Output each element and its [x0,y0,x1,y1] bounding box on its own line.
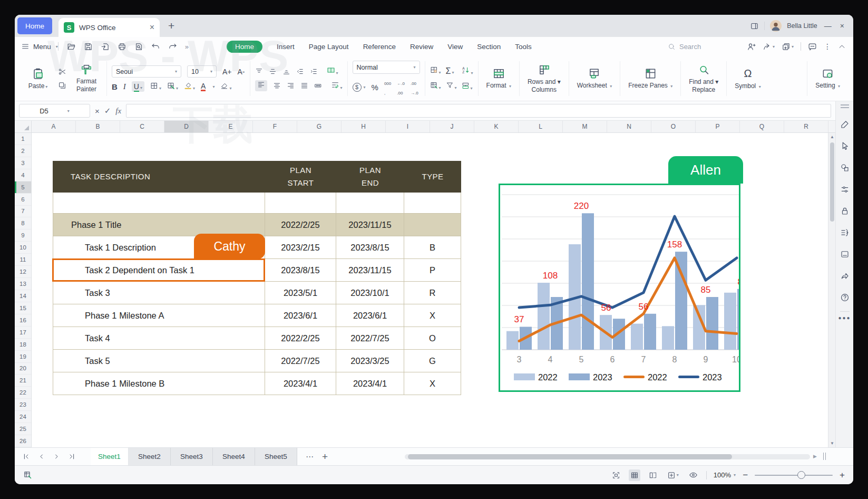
plan-end-cell[interactable]: 2023/6/1 [336,304,404,327]
row-header-23[interactable]: 23 [15,399,31,411]
invite-user-icon[interactable] [747,42,756,51]
menu-dropdown[interactable]: Menu ▾ [21,42,58,51]
row-header-3[interactable]: 3 [15,157,31,169]
row-header-9[interactable]: 9 [15,229,31,242]
type-cell[interactable]: X [404,304,461,327]
save-template-button[interactable]: ▾ [782,42,794,51]
autosum-button[interactable]: Σ▾ [446,66,457,76]
table-row[interactable]: Phase 1 Milestone A2023/6/12023/6/1X [53,304,461,327]
vertical-scrollbar-thumb[interactable] [830,142,834,222]
task-description-cell[interactable]: Task 4 [53,327,265,349]
close-tab-icon[interactable]: × [150,23,154,32]
currency-format-button[interactable]: $▾ [353,83,366,92]
row-header-25[interactable]: 25 [15,423,31,435]
save-icon[interactable] [84,42,93,51]
formula-input[interactable] [126,104,831,118]
panel-drag-handle[interactable] [841,104,849,108]
row-header-11[interactable]: 11 [15,254,31,266]
type-cell[interactable]: B [404,236,461,258]
plan-start-cell[interactable]: 2023/2/15 [265,236,336,258]
type-cell[interactable] [404,214,461,236]
row-header-18[interactable]: 18 [15,339,31,351]
zoom-slider[interactable] [755,475,833,476]
horizontal-scrollbar-thumb[interactable] [408,454,732,459]
row-header-2[interactable]: 2 [15,145,31,157]
scrollbar-resize-handle[interactable] [823,453,826,460]
column-header-J[interactable]: J [430,121,474,132]
zoom-in-button[interactable]: + [840,471,845,479]
font-size-select[interactable]: 10▾ [187,65,217,78]
column-header-P[interactable]: P [696,121,740,132]
row-header-4[interactable]: 4 [15,169,31,181]
increase-indent-icon[interactable] [310,68,318,75]
type-cell[interactable]: R [404,282,461,304]
task-description-cell[interactable]: Phase 1 Title [53,214,265,236]
row-header-8[interactable]: 8 [15,217,31,229]
column-header-E[interactable]: E [209,121,253,132]
select-cursor-icon[interactable] [840,141,850,151]
insert-function-icon[interactable]: fx [115,107,121,116]
adjust-settings-icon[interactable] [840,185,850,194]
print-preview-icon[interactable] [134,42,143,51]
menu-tab-review[interactable]: Review [410,43,433,51]
collapse-ribbon-icon[interactable] [838,43,846,51]
page-break-view-icon[interactable] [647,469,659,481]
justify-icon[interactable] [300,82,308,90]
task-description-cell[interactable]: Phase 1 Milestone A [53,304,265,327]
increase-font-button[interactable]: A+ [222,68,232,76]
wrap-text-button[interactable]: ▾ [331,81,343,91]
row-header-19[interactable]: 19 [15,351,31,363]
column-header-B[interactable]: B [76,121,120,132]
open-file-icon[interactable] [67,42,76,51]
new-tab-button[interactable]: + [168,20,174,32]
row-header-16[interactable]: 16 [15,314,31,327]
help-icon[interactable] [840,293,850,302]
table-style-button[interactable]: ▾ [430,81,441,91]
table-row[interactable]: Task 42022/2/252022/7/25O [53,327,461,350]
column-header-A[interactable]: A [32,121,76,132]
plan-start-cell[interactable]: 2023/5/1 [265,282,336,304]
underline-button[interactable]: U▾ [132,81,144,92]
table-row[interactable]: Phase 1 Milestone B2023/4/12023/4/1X [53,372,461,395]
increase-decimal-button[interactable]: ←.0.00 [397,78,405,97]
row-header-6[interactable]: 6 [15,194,31,206]
align-center-icon[interactable] [273,82,281,90]
copy-icon[interactable] [58,81,66,90]
fill-cells-button[interactable]: ▾ [462,82,473,92]
plan-end-cell[interactable]: 2023/11/15 [336,259,404,281]
column-header-K[interactable]: K [474,121,519,132]
undo-icon[interactable] [151,42,160,51]
comment-icon[interactable] [808,42,817,51]
cell-mode-icon[interactable] [23,471,32,479]
type-cell[interactable]: P [404,259,461,281]
scroll-up-icon[interactable]: ▲ [828,135,835,139]
cell-style-select[interactable]: Normal▾ [353,61,420,74]
column-header-M[interactable]: M [563,121,607,132]
table-row[interactable]: Task 32023/5/12023/10/1R [53,282,461,304]
align-middle-icon[interactable] [269,68,277,75]
cancel-entry-icon[interactable]: × [95,107,100,116]
print-icon[interactable] [118,42,126,51]
row-header-24[interactable]: 24 [15,411,31,423]
menu-tab-insert[interactable]: Insert [277,43,295,51]
row-header-26[interactable]: 26 [15,435,31,447]
row-header-13[interactable]: 13 [15,278,31,290]
find-and-replace-button[interactable]: Find and ▾Replace [686,64,721,94]
confirm-entry-icon[interactable]: ✓ [104,106,111,116]
plan-start-cell[interactable]: 2022/2/25 [265,214,336,236]
type-cell[interactable]: O [404,327,461,349]
row-header-10[interactable]: 10 [15,242,31,254]
plan-end-cell[interactable]: 2022/7/25 [336,327,404,349]
align-bottom-icon[interactable] [282,68,290,75]
align-top-icon[interactable] [255,68,263,75]
export-icon[interactable] [101,42,110,51]
redo-icon[interactable] [168,42,177,51]
scroll-right-icon[interactable]: ▶ [813,454,817,459]
column-header-R[interactable]: R [784,121,828,132]
cell-name-box[interactable]: D5 ▾ [19,104,90,118]
sheet-tab-sheet1[interactable]: Sheet1 [91,448,129,465]
column-header-D[interactable]: D [164,121,209,132]
column-header-G[interactable]: G [297,121,342,132]
conditional-format-button[interactable]: ▾ [430,66,441,76]
normal-view-icon[interactable] [629,469,640,481]
